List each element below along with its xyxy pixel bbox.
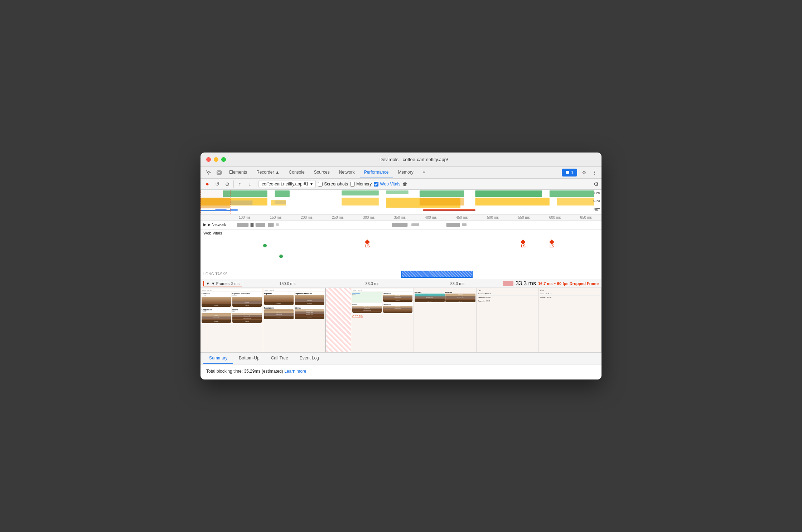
webvitals-checkbox-label[interactable]: Web Vitals: [374, 182, 400, 187]
svg-rect-12: [342, 198, 379, 205]
tab-memory[interactable]: Memory: [393, 167, 417, 178]
frames-label-box: ▼ ▼ Frames 3 ms: [203, 281, 242, 286]
summary-panel: Total blocking time: 35.29ms (estimated)…: [200, 364, 602, 379]
ruler-tick-4: 300 ms: [353, 216, 385, 219]
net-label: NET: [594, 208, 600, 211]
screenshots-checkbox[interactable]: [318, 182, 323, 187]
clear-button[interactable]: ⊘: [223, 180, 231, 188]
reload-button[interactable]: ↺: [213, 180, 221, 188]
coffee-screen-6: Cart Ameri... $7.00 x 1 Cappuc... $19.00: [539, 288, 601, 352]
tab-performance[interactable]: Performance: [360, 167, 393, 178]
tab-bottom-up[interactable]: Bottom-Up: [233, 353, 265, 364]
tab-network[interactable]: Network: [335, 167, 359, 178]
webvitals-checkbox[interactable]: [374, 182, 378, 187]
cursor-icon[interactable]: [203, 168, 213, 178]
close-button[interactable]: [206, 157, 211, 162]
svg-rect-16: [557, 198, 594, 205]
dropped-frame-indicator: [503, 281, 513, 286]
frames-ms: 3 ms: [231, 281, 240, 286]
coffee-screen-3: menu cart (0) Cappuccino $19.00 Cappucci…: [351, 288, 414, 352]
overview-minimap[interactable]: FPS CPU NET: [200, 190, 602, 215]
svg-rect-7: [475, 190, 542, 197]
tab-console[interactable]: Console: [285, 167, 309, 178]
download-button[interactable]: ↓: [246, 180, 254, 188]
upload-button[interactable]: ↑: [236, 180, 244, 188]
perf-settings-button[interactable]: ⚙: [594, 181, 599, 188]
ruler-tick-1: 150 ms: [260, 216, 291, 219]
separator-2: [256, 180, 256, 188]
network-section: ▶ ▶ Network: [200, 221, 602, 229]
record-button[interactable]: ●: [203, 180, 211, 188]
summary-blocking-text: Total blocking time: 35.29ms (estimated): [206, 369, 283, 374]
trash-button[interactable]: 🗑: [402, 181, 407, 187]
svg-rect-3: [275, 190, 289, 197]
maximize-button[interactable]: [221, 157, 226, 162]
minimize-button[interactable]: [214, 157, 218, 162]
ls-label-1: LS: [365, 244, 370, 248]
settings-button[interactable]: ⚙: [580, 169, 588, 176]
coffee-screen-5: Cart Americano $7.00 x 1 Cappuccino $19.…: [477, 288, 539, 352]
svg-rect-26: [251, 223, 254, 227]
web-vitals-row: Web Vitals: [200, 229, 602, 237]
screenshot-3[interactable]: menu cart (0) Cappuccino $19.00 Cappucci…: [351, 288, 414, 352]
screenshot-1[interactable]: menu cart (0) Espresso $10.00 espresso: [200, 288, 263, 352]
tab-event-log[interactable]: Event Log: [294, 353, 325, 364]
screenshot-5[interactable]: Cart Americano $7.00 x 1 Cappuccino $19.…: [477, 288, 539, 352]
screenshot-4[interactable]: Flat White water steamed milk espresso F…: [414, 288, 477, 352]
memory-checkbox-label[interactable]: Memory: [350, 182, 372, 187]
tab-summary[interactable]: Summary: [203, 353, 233, 364]
tab-sources[interactable]: Sources: [310, 167, 334, 178]
frame-time-2: 83.3 ms: [415, 281, 500, 286]
timeline-area: FPS CPU NET 100 ms 150 ms 200 ms 250 ms …: [200, 190, 602, 352]
ls-marker-1: LS: [365, 240, 370, 248]
devtools-window: DevTools - coffee-cart.netlify.app/ Elem…: [200, 153, 602, 379]
frame-time-1: 33.3 ms: [330, 281, 415, 286]
tab-elements[interactable]: Elements: [225, 167, 251, 178]
ruler-tick-9: 550 ms: [508, 216, 540, 219]
dropped-frame-text: 16.7 ms ~ 60 fps Dropped Frame: [538, 281, 599, 286]
tab-more[interactable]: »: [419, 167, 430, 178]
svg-rect-23: [423, 209, 475, 211]
svg-rect-8: [550, 190, 594, 197]
separator-1: [233, 180, 234, 188]
ls-label-3: LS: [550, 244, 554, 248]
ruler-tick-6: 400 ms: [415, 216, 446, 219]
screenshots-checkbox-label[interactable]: Screenshots: [318, 182, 348, 187]
more-button[interactable]: ⋮: [591, 169, 599, 176]
lcp-dot: [263, 244, 267, 247]
ruler-tick-2: 200 ms: [291, 216, 322, 219]
svg-rect-28: [268, 223, 274, 227]
memory-checkbox[interactable]: [350, 182, 355, 187]
ls-label-2: LS: [521, 244, 526, 248]
frames-label: ▼ Frames: [211, 281, 230, 286]
performance-toolbar: ● ↺ ⊘ ↑ ↓ coffee-cart.netlify.app #1 ▾ S…: [200, 179, 602, 190]
coffee-screen-4: Flat White water steamed milk espresso F…: [414, 288, 476, 352]
overview-svg: [200, 190, 602, 215]
ruler-tick-11: 650 ms: [570, 216, 602, 219]
layers-icon[interactable]: [214, 168, 224, 178]
screenshot-striped: [326, 288, 352, 352]
tab-recorder[interactable]: Recorder ▲: [252, 167, 284, 178]
svg-rect-33: [462, 223, 467, 226]
screenshot-6[interactable]: Cart Ameri... $7.00 x 1 Cappuc... $19.00: [539, 288, 602, 352]
svg-rect-14: [420, 198, 464, 205]
web-vitals-label: Web Vitals: [200, 229, 229, 237]
chat-badge: 1: [571, 170, 574, 175]
ruler-tick-0: 100 ms: [229, 216, 260, 219]
svg-rect-32: [446, 223, 460, 227]
svg-rect-5: [386, 190, 409, 194]
url-selector[interactable]: coffee-cart.netlify.app #1 ▾: [259, 180, 316, 188]
summary-text: Total blocking time: 35.29ms (estimated)…: [206, 369, 596, 374]
chat-button[interactable]: 1: [562, 169, 577, 176]
svg-rect-4: [342, 190, 379, 195]
fps-label: FPS: [594, 191, 600, 195]
svg-rect-6: [420, 190, 464, 197]
network-track-label[interactable]: ▶ ▶ Network: [200, 222, 229, 227]
time-ruler: 100 ms 150 ms 200 ms 250 ms 300 ms 350 m…: [200, 215, 602, 221]
network-track-content[interactable]: [229, 221, 602, 229]
ls-marker-3: LS: [550, 240, 554, 248]
chevron-down-icon: ▾: [310, 182, 313, 187]
screenshot-2[interactable]: menu cart (0) Espresso espresso Espresso…: [263, 288, 326, 352]
tab-call-tree[interactable]: Call Tree: [265, 353, 294, 364]
learn-more-link[interactable]: Learn more: [284, 369, 306, 374]
